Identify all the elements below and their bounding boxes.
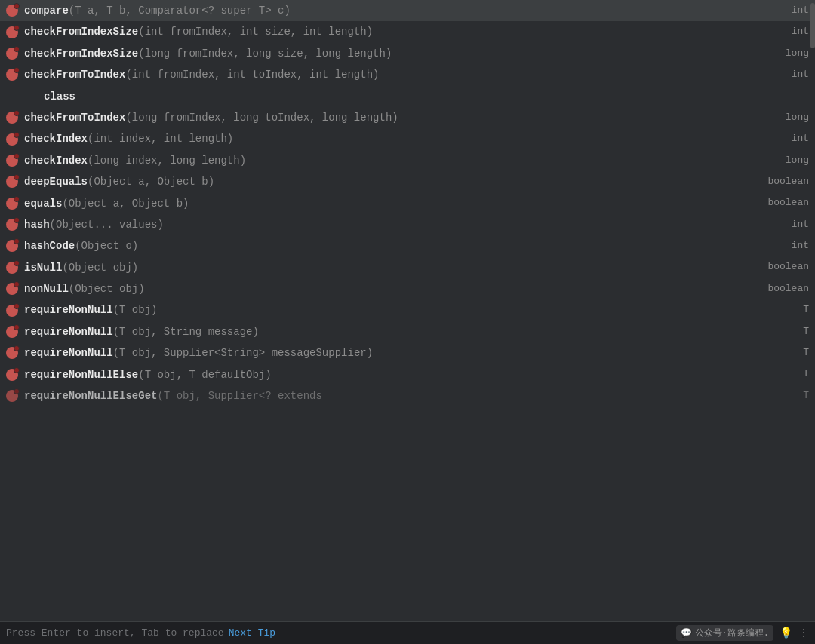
method-icon [5, 324, 20, 339]
item-return: boolean [752, 281, 809, 297]
method-icon [5, 174, 20, 189]
item-return: int [777, 238, 809, 254]
list-item[interactable]: requireNonNull(T obj) T [0, 299, 815, 320]
status-bar: Press Enter to insert, Tab to replace Ne… [0, 621, 815, 644]
list-item[interactable]: compare(T a, T b, Comparator<? super T> … [0, 0, 815, 21]
status-hint: Press Enter to insert, Tab to replace [6, 627, 224, 639]
next-tip-link[interactable]: Next Tip [229, 627, 275, 639]
item-name: checkFromToIndex [24, 112, 125, 124]
item-params: (T obj) [113, 304, 158, 316]
item-params: (Object obj) [69, 283, 145, 295]
method-icon [5, 281, 20, 296]
item-return: T [788, 345, 809, 361]
item-name: hash [24, 219, 50, 231]
method-icon [5, 388, 20, 403]
item-params: (long fromIndex, long size, long length) [138, 48, 392, 60]
item-name: nonNull [24, 283, 69, 295]
list-item[interactable]: checkIndex(long index, long length) long [0, 150, 815, 171]
item-name: checkFromIndexSize [24, 48, 138, 60]
item-return: long [770, 153, 809, 169]
list-item[interactable]: checkFromIndexSize(int fromIndex, int si… [0, 21, 815, 42]
settings-icon[interactable]: ⋮ [798, 627, 809, 639]
item-name: requireNonNull [24, 304, 113, 316]
item-params: (Object o) [75, 240, 138, 252]
item-return: long [770, 110, 809, 126]
method-icon [5, 25, 20, 40]
item-params: (long index, long length) [88, 155, 246, 167]
item-params: (T obj, String message) [113, 326, 259, 338]
item-params: (int fromIndex, int toIndex, int length) [125, 69, 379, 81]
item-name: requireNonNullElseGet [24, 390, 157, 402]
autocomplete-popup: compare(T a, T b, Comparator<? super T> … [0, 0, 815, 644]
item-return: T [788, 324, 809, 340]
item-return: boolean [752, 259, 809, 275]
list-item[interactable]: checkFromIndexSize(long fromIndex, long … [0, 43, 815, 64]
item-return: int [777, 217, 809, 233]
list-item[interactable]: checkFromToIndex(long fromIndex, long to… [0, 107, 815, 128]
item-params: (T a, T b, Comparator<? super T> c) [69, 5, 291, 17]
item-return: long [770, 46, 809, 62]
item-return: T [788, 302, 809, 318]
item-name: isNull [24, 262, 62, 274]
item-name: hashCode [24, 240, 75, 252]
scrollbar-thumb[interactable] [810, 3, 815, 48]
item-name: requireNonNullElse [24, 369, 138, 381]
list-item[interactable]: hashCode(Object o) int [0, 235, 815, 256]
item-name: deepEquals [24, 176, 88, 188]
wechat-badge: 💬 公众号·路条编程. [676, 625, 773, 641]
method-icon [5, 217, 20, 232]
scrollbar-track[interactable] [810, 0, 815, 621]
item-return: int [777, 67, 809, 83]
item-params: (T obj, Supplier<String> messageSupplier… [113, 347, 373, 359]
method-icon [5, 260, 20, 275]
method-icon [5, 196, 20, 211]
item-params: (Object a, Object b) [88, 176, 214, 188]
item-name: checkFromToIndex [24, 69, 125, 81]
method-icon [5, 3, 20, 18]
method-icon [5, 345, 20, 360]
item-name: checkIndex [24, 155, 88, 167]
item-params: (Object obj) [62, 262, 138, 274]
item-name: checkIndex [24, 133, 88, 145]
list-item[interactable]: requireNonNullElseGet(T obj, Supplier<? … [0, 385, 815, 406]
item-list: compare(T a, T b, Comparator<? super T> … [0, 0, 815, 621]
method-icon [5, 67, 20, 82]
item-params: (int index, int length) [88, 133, 233, 145]
keyword-spacer [5, 89, 20, 104]
method-icon [5, 153, 20, 168]
status-right: 💬 公众号·路条编程. 💡 ⋮ [676, 625, 809, 641]
list-item[interactable]: requireNonNullElse(T obj, T defaultObj) … [0, 364, 815, 385]
list-item[interactable]: isNull(Object obj) boolean [0, 257, 815, 278]
list-item[interactable]: class [0, 86, 815, 107]
item-name: compare [24, 5, 69, 17]
item-return: T [788, 366, 809, 382]
method-icon [5, 110, 20, 125]
item-name: requireNonNull [24, 326, 113, 338]
item-return: boolean [752, 174, 809, 190]
wechat-label: 公众号·路条编程. [695, 627, 769, 639]
wechat-icon: 💬 [681, 627, 692, 639]
item-params: (T obj, T defaultObj) [138, 369, 271, 381]
lightbulb-icon: 💡 [780, 627, 792, 639]
method-icon [5, 46, 20, 61]
method-icon [5, 303, 20, 318]
item-params: (T obj, Supplier<? extends [157, 390, 321, 402]
item-name: requireNonNull [24, 347, 113, 359]
list-item[interactable]: checkFromToIndex(int fromIndex, int toIn… [0, 64, 815, 85]
list-item[interactable]: requireNonNull(T obj, Supplier<String> m… [0, 342, 815, 363]
list-item[interactable]: requireNonNull(T obj, String message) T [0, 321, 815, 342]
list-item[interactable]: checkIndex(int index, int length) int [0, 128, 815, 149]
method-icon [5, 238, 20, 253]
list-item[interactable]: deepEquals(Object a, Object b) boolean [0, 171, 815, 192]
item-return: T [788, 388, 809, 404]
method-icon [5, 132, 20, 147]
list-item[interactable]: nonNull(Object obj) boolean [0, 278, 815, 299]
list-item[interactable]: equals(Object a, Object b) boolean [0, 193, 815, 214]
item-params: (Object... values) [50, 219, 164, 231]
item-name: equals [24, 198, 62, 210]
item-return: boolean [752, 195, 809, 211]
item-params: (int fromIndex, int size, int length) [138, 26, 373, 38]
item-name: checkFromIndexSize [24, 26, 138, 38]
list-item[interactable]: hash(Object... values) int [0, 214, 815, 235]
item-return: int [777, 3, 809, 19]
